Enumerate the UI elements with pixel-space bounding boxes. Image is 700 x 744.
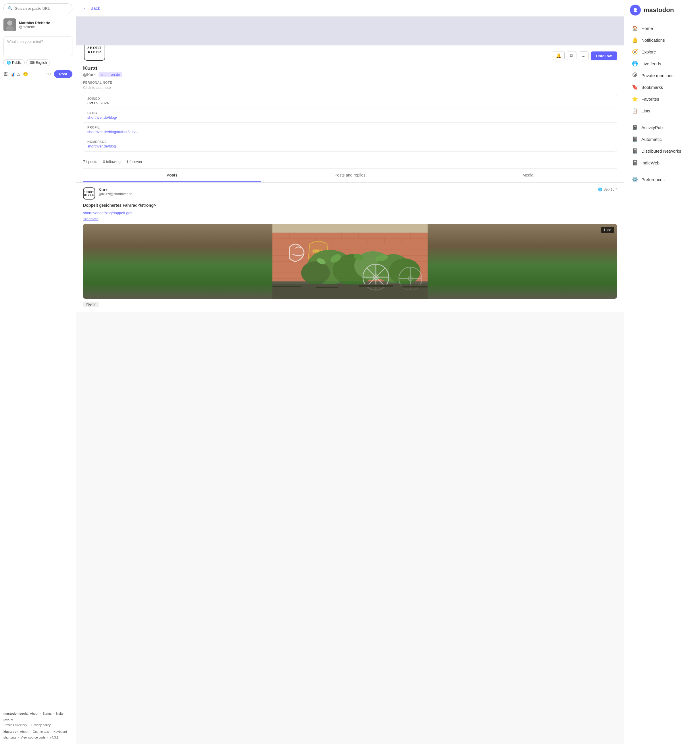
svg-point-1 xyxy=(7,21,12,25)
back-arrow-icon[interactable]: ← xyxy=(83,5,88,11)
svg-rect-55 xyxy=(315,287,339,288)
footer-source[interactable]: View source code xyxy=(21,736,46,739)
footer-about-link[interactable]: About xyxy=(30,712,38,715)
search-bar[interactable]: 🔍 xyxy=(3,3,73,13)
image-icon[interactable]: 🖼 xyxy=(3,72,7,76)
followers-stat[interactable]: 1 follower xyxy=(126,159,143,164)
back-label[interactable]: Back xyxy=(91,6,100,10)
homepage-link[interactable]: shortriver.de/blog xyxy=(87,144,116,148)
profile-handle: @Kurzi xyxy=(83,73,96,77)
translate-link[interactable]: Translate xyxy=(83,217,617,221)
more-profile-button[interactable]: ··· xyxy=(579,52,589,60)
sidebar-item-lists[interactable]: 📋 Lists xyxy=(630,105,694,117)
svg-point-59 xyxy=(633,73,637,77)
poll-icon[interactable]: 📊 xyxy=(10,72,15,76)
following-count: 0 following xyxy=(103,159,120,164)
sidebar-item-bookmarks[interactable]: 🔖 Bookmarks xyxy=(630,81,694,93)
svg-rect-57 xyxy=(402,286,428,287)
profile-header-bg xyxy=(76,17,624,45)
hide-button[interactable]: Hide xyxy=(601,227,614,233)
profile-name: Kurzi xyxy=(83,65,617,71)
nav-explore-label: Explore xyxy=(641,49,656,54)
tab-media[interactable]: Media xyxy=(439,169,617,182)
warning-icon[interactable]: ⚠ xyxy=(17,72,21,76)
personal-note-text[interactable]: Click to add note xyxy=(83,85,617,90)
post-date: 🌐 Sep 15 * xyxy=(598,187,617,192)
post-star: * xyxy=(615,187,617,192)
search-input[interactable] xyxy=(15,6,68,10)
bookmarks-icon: 🔖 xyxy=(632,84,638,90)
sidebar-item-favorites[interactable]: ⭐ Favorites xyxy=(630,93,694,105)
compose-toolbar-2: 🖼 📊 ⚠ 🙂 500 Post xyxy=(3,70,73,78)
post-item: SHORT RIVER Kurzi @Kurzi@shortriver.de 🌐… xyxy=(76,183,624,312)
sidebar-item-activitypub[interactable]: 📓 ActivityPub xyxy=(630,122,694,133)
sidebar-item-distributed-networks[interactable]: 📓 Distributed Networks xyxy=(630,145,694,157)
nav-home-label: Home xyxy=(641,26,653,31)
nav-favorites-label: Favorites xyxy=(641,97,659,101)
footer-status-link[interactable]: Status xyxy=(43,712,51,715)
sidebar-item-explore[interactable]: 🧭 Explore xyxy=(630,46,694,58)
profil-link[interactable]: shortriver.de/blog/author/kurz… xyxy=(87,129,140,134)
post-image-wrapper: PRLI xyxy=(83,224,617,299)
sidebar-item-automattic[interactable]: 📓 Automattic xyxy=(630,133,694,145)
notifications-toggle-button[interactable]: 🔔 xyxy=(553,51,565,60)
tab-posts-replies[interactable]: Posts and replies xyxy=(261,169,439,182)
compose-area[interactable]: What's on your mind? xyxy=(3,36,73,57)
left-sidebar: 🔍 Matthias Pfefferle @pfefferle ··· What… xyxy=(0,0,76,744)
homepage-val: shortriver.de/blog xyxy=(87,144,613,148)
nav-bookmarks-label: Bookmarks xyxy=(641,85,663,90)
nav-indieweb-label: IndieWeb xyxy=(641,161,660,165)
sidebar-item-indieweb[interactable]: 📓 IndieWeb xyxy=(630,157,694,169)
footer-mastodon-about[interactable]: About xyxy=(20,730,28,734)
post-logo-line1: SHORT xyxy=(84,190,94,193)
user-handle: @pfefferle xyxy=(19,25,63,29)
footer-site: mastodon.social xyxy=(3,712,28,715)
nav-menu: 🏠 Home 🔔 Notifications 🧭 Explore 🌐 Live … xyxy=(630,22,694,185)
sidebar-item-preferences[interactable]: ⚙️ Preferences xyxy=(630,174,694,185)
footer-get-app[interactable]: Get the app xyxy=(33,730,49,734)
profil-key: PROFIL xyxy=(87,126,613,129)
logo-text: mastodon xyxy=(644,6,674,14)
footer-links: mastodon.social: About · Status · Invite… xyxy=(3,711,73,741)
footer-profiles-link[interactable]: Profiles directory xyxy=(3,723,27,727)
sidebar-item-home[interactable]: 🏠 Home xyxy=(630,22,694,34)
post-link[interactable]: shortriver.de/blog/doppelt-ges… xyxy=(83,211,617,215)
more-options-icon[interactable]: ··· xyxy=(66,21,73,29)
post-button[interactable]: Post xyxy=(54,70,73,78)
joined-key: JOINED xyxy=(87,97,613,100)
lists-icon: 📋 xyxy=(632,108,638,114)
search-icon: 🔍 xyxy=(8,6,13,10)
profile-body: SHORT RIVER 🔔 ⧉ ··· Unfollow Kurzi @Kurz… xyxy=(76,45,624,183)
nav-private-mentions-label: Private mentions xyxy=(641,73,673,78)
copy-button[interactable]: ⧉ xyxy=(567,51,577,60)
unfollow-button[interactable]: Unfollow xyxy=(591,52,617,60)
following-stat[interactable]: 0 following xyxy=(103,159,120,164)
language-button[interactable]: ⌨ English xyxy=(27,59,50,66)
tab-posts[interactable]: Posts xyxy=(83,169,261,182)
profile-blog-row: BLOG shortriver.de/blog/ xyxy=(83,109,617,123)
nav-notifications-label: Notifications xyxy=(641,38,665,43)
notifications-icon: 🔔 xyxy=(632,37,638,43)
post-handle: @Kurzi@shortriver.de xyxy=(98,192,594,196)
nav-distributed-networks-label: Distributed Networks xyxy=(641,149,681,153)
joined-val: Oct 09, 2024 xyxy=(87,101,613,105)
post-date-text: Sep 15 xyxy=(603,187,614,192)
profile-joined-row: JOINED Oct 09, 2024 xyxy=(83,94,617,109)
sidebar-item-live-feeds[interactable]: 🌐 Live feeds xyxy=(630,58,694,70)
visibility-button[interactable]: 🌐 Public xyxy=(3,59,25,66)
blog-link[interactable]: shortriver.de/blog/ xyxy=(87,115,117,120)
footer-privacy-link[interactable]: Privacy policy xyxy=(31,723,51,727)
profile-handle-row: @Kurzi shortriver.de xyxy=(83,72,617,77)
user-names: Matthias Pfefferle @pfefferle xyxy=(19,21,63,29)
post-tag[interactable]: #berlin xyxy=(83,302,99,307)
sidebar-item-notifications[interactable]: 🔔 Notifications xyxy=(630,34,694,46)
activitypub-icon: 📓 xyxy=(632,125,638,131)
posts-stat[interactable]: 71 posts xyxy=(83,159,97,164)
nav-activitypub-label: ActivityPub xyxy=(641,125,663,130)
back-bar: ← Back xyxy=(76,0,624,17)
emoji-icon[interactable]: 🙂 xyxy=(23,72,28,76)
post-meta: Kurzi @Kurzi@shortriver.de xyxy=(98,187,594,196)
logo-line2: RIVER xyxy=(88,50,101,54)
sidebar-item-private-mentions[interactable]: Private mentions xyxy=(630,70,694,81)
logo-icon xyxy=(630,4,641,15)
